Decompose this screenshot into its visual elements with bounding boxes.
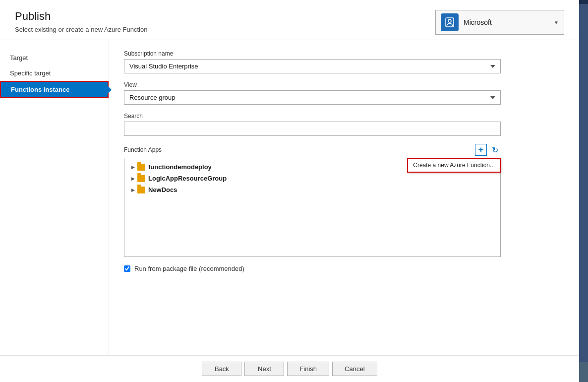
- svg-point-1: [448, 19, 451, 22]
- right-sidebar: [579, 0, 588, 382]
- body-area: Target Specific target Functions instanc…: [0, 40, 579, 355]
- search-label: Search: [124, 113, 559, 120]
- back-button[interactable]: Back: [202, 362, 241, 376]
- header-area: Publish Select existing or create a new …: [0, 0, 579, 40]
- subscription-label: Subscription name: [124, 50, 559, 57]
- function-apps-header: Function Apps + ↻ Create a new Azure Fun…: [124, 144, 501, 156]
- footer-area: Back Next Finish Cancel: [0, 355, 579, 382]
- folder-icon-3: [137, 187, 145, 193]
- package-checkbox[interactable]: [124, 265, 130, 272]
- function-apps-label: Function Apps: [124, 146, 162, 153]
- search-group: Search: [124, 113, 559, 136]
- view-select[interactable]: Resource group: [124, 90, 501, 105]
- subscription-group: Subscription name Visual Studio Enterpri…: [124, 50, 559, 73]
- form-area: Subscription name Visual Studio Enterpri…: [109, 40, 579, 355]
- account-dropdown-arrow: ▼: [554, 20, 559, 25]
- tree-item-newdocs[interactable]: ▶ NewDocs: [124, 184, 500, 195]
- nav-item-target[interactable]: Target: [0, 50, 109, 65]
- add-function-button[interactable]: +: [475, 144, 487, 156]
- next-button[interactable]: Next: [244, 362, 284, 376]
- expander-3: ▶: [129, 187, 136, 193]
- page-subtitle: Select existing or create a new Azure Fu…: [15, 26, 147, 33]
- account-name: Microsoft: [464, 18, 550, 26]
- account-icon: [441, 13, 459, 31]
- tree-item-logicappresourcegroup[interactable]: ▶ LogicAppResourceGroup: [124, 173, 500, 184]
- finish-button[interactable]: Finish: [287, 362, 329, 376]
- tree-label-2: LogicAppResourceGroup: [148, 175, 227, 182]
- function-apps-section: Function Apps + ↻ Create a new Azure Fun…: [124, 144, 559, 257]
- expander-2: ▶: [129, 175, 136, 182]
- tree-label-3: NewDocs: [148, 186, 177, 193]
- tree-label-1: functiondemodeploy: [148, 163, 212, 171]
- nav-item-functions-instance[interactable]: Functions instance: [0, 81, 109, 98]
- tree-container: ▶ functiondemodeploy ▶ LogicAppResourceG…: [124, 158, 501, 257]
- create-tooltip: Create a new Azure Function...: [407, 158, 501, 173]
- page-title: Publish: [15, 10, 147, 23]
- view-label: View: [124, 81, 559, 88]
- function-apps-actions: + ↻ Create a new Azure Function...: [475, 144, 501, 156]
- refresh-button[interactable]: ↻: [489, 144, 501, 156]
- view-group: View Resource group: [124, 81, 559, 105]
- left-nav: Target Specific target Functions instanc…: [0, 40, 109, 355]
- checkbox-label[interactable]: Run from package file (recommended): [134, 265, 244, 272]
- nav-item-specific-target[interactable]: Specific target: [0, 65, 109, 81]
- cancel-button[interactable]: Cancel: [332, 362, 377, 376]
- expander-1: ▶: [129, 164, 136, 171]
- subscription-select[interactable]: Visual Studio Enterprise: [124, 59, 501, 73]
- search-input[interactable]: [124, 122, 501, 136]
- sidebar-bottom: [579, 362, 588, 382]
- checkbox-row: Run from package file (recommended): [124, 265, 559, 272]
- account-selector[interactable]: Microsoft ▼: [435, 10, 564, 35]
- sidebar-top: [579, 0, 588, 4]
- sidebar-scrollbar[interactable]: [579, 4, 588, 362]
- header-left: Publish Select existing or create a new …: [15, 10, 147, 33]
- folder-icon-2: [137, 175, 145, 182]
- folder-icon-1: [137, 164, 145, 171]
